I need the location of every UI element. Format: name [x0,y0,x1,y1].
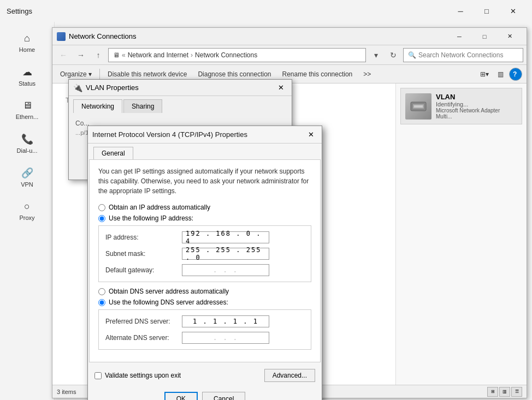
sidebar-item-vpn[interactable]: 🔗 VPN [0,160,54,194]
sidebar-label-ethernet: Ethern... [16,114,39,120]
vlan-status: Identifying... [436,101,517,108]
alternate-dns-input[interactable]: . . . [182,332,269,344]
tcp-titlebar: Internet Protocol Version 4 (TCP/IPv4) P… [88,126,322,144]
sidebar-item-home[interactable]: ⌂ Home [0,26,54,59]
view-list-btn[interactable]: ▥ [499,387,510,397]
vlan-item[interactable]: VLAN Identifying... Microsoft Network Ad… [400,88,522,124]
nc-addressbar: ← → ↑ 🖥 « Network and Internet › Network… [52,45,527,65]
gateway-row: Default gateway: . . . [105,264,304,276]
vlan-props-title-left: 🔌 VLAN Properties [73,83,139,92]
tcp-title: Internet Protocol Version 4 (TCP/IPv4) P… [92,130,247,139]
forward-btn[interactable]: → [73,47,88,63]
rename-btn[interactable]: Rename this connection [279,69,356,80]
vlan-props-close-btn[interactable]: ✕ [274,81,287,94]
sidebar-item-ethernet[interactable]: 🖥 Ethern... [0,93,54,127]
tcp-footer: Validate settings upon exit Advanced... [88,363,322,387]
validate-label: Validate settings upon exit [105,372,181,379]
tcp-close-btn[interactable]: ✕ [304,128,317,141]
dns-auto-row: Obtain DNS server address automatically [98,288,311,295]
sidebar-item-proxy[interactable]: ○ Proxy [0,194,54,228]
gateway-input[interactable]: . . . [182,264,269,276]
vlan-icon [405,93,431,120]
sidebar-label-status: Status [19,80,36,87]
tcp-body: You can get IP settings assigned automat… [89,159,321,362]
view-grid-btn[interactable]: ⊞ [487,387,498,397]
organize-btn[interactable]: Organize ▾ [57,69,95,80]
settings-maximize-btn[interactable]: □ [474,2,499,20]
nc-window-icon [57,32,66,41]
preferred-dns-row: Preferred DNS server: 1 . 1 . 1 . 1 [105,315,304,327]
tab-sharing[interactable]: Sharing [123,99,162,113]
nc-right-panel: VLAN Identifying... Microsoft Network Ad… [395,83,527,385]
help-btn[interactable]: ? [509,68,522,81]
dns-fields: Preferred DNS server: 1 . 1 . 1 . 1 Alte… [98,309,311,350]
more-btn[interactable]: >> [360,69,374,80]
dns-section: Obtain DNS server address automatically … [98,288,311,350]
footer-buttons: Advanced... [264,369,315,382]
vlan-adapter: Microsoft Network Adapter Multi... [436,108,517,120]
alternate-dns-label: Alternate DNS server: [105,334,182,342]
ip-manual-row: Use the following IP address: [98,214,311,222]
dropdown-btn[interactable]: ▾ [368,47,383,63]
tcp-tab-general[interactable]: General [93,147,133,159]
tab-networking[interactable]: Networking [73,99,122,113]
ip-auto-row: Obtain an IP address automatically [98,204,311,211]
path-connections: Network Connections [195,51,257,59]
sidebar-label-dialup: Dial-u... [17,147,38,154]
search-icon: 🔍 [408,51,416,59]
sidebar-item-status[interactable]: ☁ Status [0,59,54,93]
search-box[interactable]: 🔍 Search Network Connections [403,48,523,62]
up-btn[interactable]: ↑ [91,47,106,63]
ok-btn[interactable]: OK [164,392,198,400]
subnet-input[interactable]: 255 . 255 . 255 . 0 [182,248,269,260]
search-placeholder: Search Network Connections [418,51,503,59]
nc-title-text: Network Connections [69,32,137,40]
dns-manual-label: Use the following DNS server addresses: [109,298,228,306]
sidebar-label-vpn: VPN [21,181,33,188]
ip-address-input[interactable]: 192 . 168 . 0 . 4 [182,231,269,243]
tcp-dialog: Internet Protocol Version 4 (TCP/IPv4) P… [87,126,322,400]
vpn-icon: 🔗 [21,167,33,179]
ip-section: Obtain an IP address automatically Use t… [98,204,311,282]
refresh-btn[interactable]: ↻ [386,47,401,63]
dns-auto-label: Obtain DNS server address automatically [109,288,229,295]
nc-minimize-btn[interactable]: ─ [447,29,472,44]
view-options-btn[interactable]: ⊞▾ [477,68,492,81]
preview-pane-btn[interactable]: ▥ [494,68,507,81]
ip-auto-label: Obtain an IP address automatically [109,204,210,211]
ethernet-icon: 🖥 [22,100,32,111]
advanced-btn[interactable]: Advanced... [264,369,315,382]
back-btn[interactable]: ← [56,47,71,63]
ip-address-label: IP address: [105,234,182,241]
cancel-btn[interactable]: Cancel [202,392,245,400]
validate-checkbox[interactable] [94,372,102,379]
nc-maximize-btn[interactable]: □ [472,29,497,44]
dns-manual-row: Use the following DNS server addresses: [98,298,311,306]
settings-window-controls: ─ □ ✕ [448,2,525,20]
proxy-icon: ○ [24,201,30,212]
dns-manual-radio[interactable] [98,299,105,306]
tcp-description: You can get IP settings assigned automat… [98,166,311,196]
toolbar-sep-1 [99,69,100,80]
vlan-props-titlebar: 🔌 VLAN Properties ✕ [69,80,292,96]
diagnose-btn[interactable]: Diagnose this connection [194,69,274,80]
ip-auto-radio[interactable] [98,204,105,211]
sidebar-label-proxy: Proxy [19,214,34,221]
dns-auto-radio[interactable] [98,288,105,295]
path-sep-2: › [191,51,193,59]
path-network: Network and Internet [128,51,188,59]
validate-row: Validate settings upon exit [94,372,181,379]
nc-close-btn[interactable]: ✕ [497,29,522,44]
settings-minimize-btn[interactable]: ─ [448,2,473,20]
ip-manual-radio[interactable] [98,215,105,222]
view-detail-btn[interactable]: ☰ [511,387,522,397]
preferred-dns-input[interactable]: 1 . 1 . 1 . 1 [182,315,269,327]
vlan-info: VLAN Identifying... Microsoft Network Ad… [436,93,517,120]
settings-close-btn[interactable]: ✕ [500,2,525,20]
sidebar-item-dialup[interactable]: 📞 Dial-u... [0,127,54,160]
vlan-name: VLAN [436,93,517,101]
disable-device-btn[interactable]: Disable this network device [104,69,190,80]
address-path[interactable]: 🖥 « Network and Internet › Network Conne… [108,48,366,62]
path-sep-1: « [122,51,126,59]
subnet-row: Subnet mask: 255 . 255 . 255 . 0 [105,248,304,260]
